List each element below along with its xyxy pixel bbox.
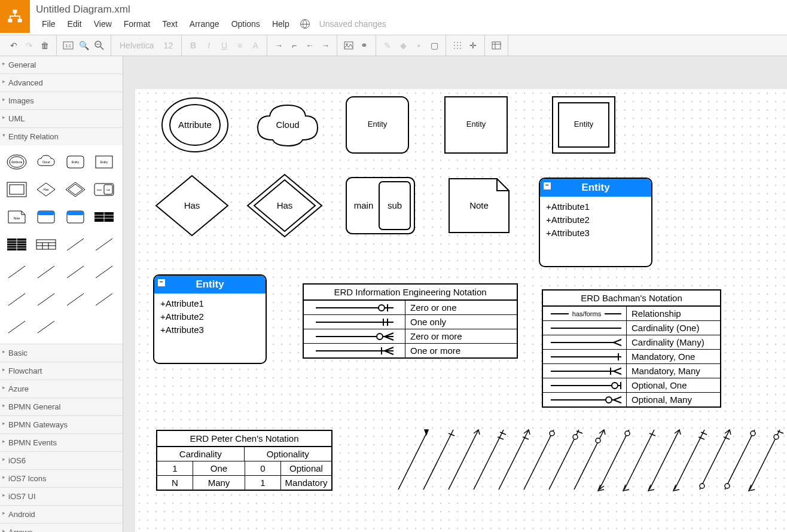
thumb-line-1[interactable] [63,233,87,256]
shape-note[interactable]: Note [446,176,512,236]
palette-bpmn-general[interactable]: BPMN General [0,398,123,415]
thumb-entity-rounded[interactable]: Entity [63,150,87,174]
topbar: Untitled Diagram.xml File Edit View Form… [0,0,787,35]
canvas-area[interactable]: Attribute Cloud Entity Entity Entity Has… [123,56,787,532]
shape-entity-table-2[interactable]: −Entity +Attribute1 +Attribute2 +Attribu… [153,274,267,364]
shape-mainsub[interactable]: mainsub [344,176,416,236]
language-icon[interactable] [300,19,310,29]
link-button[interactable]: ⚭ [356,38,372,53]
fill-color-button[interactable]: ◆ [395,38,411,53]
thumb-line-11[interactable] [5,315,29,339]
palette-advanced[interactable]: Advanced [0,74,123,91]
delete-button[interactable]: 🗑 [37,38,53,53]
palette-general[interactable]: General [0,56,123,74]
container-button[interactable]: ▢ [426,38,442,53]
menu-edit[interactable]: Edit [62,17,88,31]
menu-arrange[interactable]: Arrange [184,17,225,31]
arrow-start-button[interactable]: ← [302,38,318,53]
thumb-cloud[interactable]: Cloud [34,150,58,174]
palette-basic[interactable]: Basic [0,344,123,362]
ie-notation-table[interactable]: ERD Information Engineering Notation Zer… [303,283,518,359]
shape-entity-double[interactable]: Entity [551,95,617,155]
collapse-icon[interactable]: − [158,279,165,286]
shape-entity-square[interactable]: Entity [443,95,509,155]
menu-text[interactable]: Text [156,17,184,31]
thumb-ie-table[interactable] [92,205,116,229]
thumb-line-10[interactable] [92,288,116,311]
palette-azure[interactable]: Azure [0,380,123,398]
shape-has-diamond[interactable]: Has [153,173,231,239]
thumb-line-7[interactable] [5,288,29,311]
thumb-has-double-diamond[interactable] [63,178,87,201]
connection-button[interactable]: → [271,38,286,53]
shape-attribute[interactable]: Attribute [159,95,231,155]
shadow-button[interactable]: ▪ [411,38,426,53]
shape-entity-table-1[interactable]: −Entity +Attribute1 +Attribute2 +Attribu… [539,178,652,267]
thumb-entity-square[interactable]: Entity [92,150,116,174]
thumb-bachman-table[interactable] [5,233,29,256]
shape-entity-rounded[interactable]: Entity [344,95,410,155]
document-title[interactable]: Untitled Diagram.xml [36,0,787,17]
canvas[interactable]: Attribute Cloud Entity Entity Entity Has… [135,89,787,532]
bachman-notation-table[interactable]: ERD Bachman's Notation has/formsRelation… [542,289,721,408]
align-button[interactable]: ≡ [232,38,248,53]
palette-entity-relation[interactable]: Entity Relation [0,128,123,145]
palette-ios7-ui[interactable]: iOS7 UI [0,488,123,505]
collapse-icon[interactable]: − [544,182,551,189]
thumb-line-2[interactable] [92,233,116,256]
zoom-in-button[interactable]: 🔍 [76,38,91,53]
palette-images[interactable]: Images [0,92,123,109]
palette-uml[interactable]: UML [0,110,123,127]
shape-has-double-diamond[interactable]: Has [246,173,324,239]
palette-bpmn-gateways[interactable]: BPMN Gateways [0,416,123,433]
thumb-line-12[interactable] [34,315,58,339]
app-logo[interactable] [0,0,30,33]
font-family-select[interactable]: Helvetica [115,41,159,50]
chen-notation-table[interactable]: ERD Peter Chen's Notation Cardinality Op… [156,430,333,491]
thumb-has-diamond[interactable]: Has [34,178,58,201]
outline-button[interactable] [489,38,504,53]
thumb-line-9[interactable] [63,288,87,311]
thumb-entity-table-blue2[interactable] [63,205,87,229]
font-color-button[interactable]: A [248,38,263,53]
thumb-attribute[interactable]: Attribute [5,150,29,174]
italic-button[interactable]: I [201,38,216,53]
palette-ios7-icons[interactable]: iOS7 Icons [0,470,123,487]
palette-android[interactable]: Android [0,506,123,523]
guides-button[interactable]: ✛ [465,38,481,53]
thumb-note[interactable]: Note [5,205,29,229]
thumb-line-6[interactable] [92,260,116,284]
line-color-button[interactable]: ✎ [380,38,395,53]
thumb-line-3[interactable] [5,260,29,284]
zoom-actual-button[interactable]: 1:1 [60,38,76,53]
redo-button[interactable]: ↷ [22,38,37,53]
menu-file[interactable]: File [36,17,62,31]
arrow-end-button[interactable]: → [318,38,333,53]
thumb-chen-table[interactable] [34,233,58,256]
menu-help[interactable]: Help [266,17,295,31]
thumb-mainsub[interactable]: mainsub [92,178,116,201]
bold-button[interactable]: B [185,38,201,53]
shape-cloud[interactable]: Cloud [252,98,324,152]
palette-bpmn-events[interactable]: BPMN Events [0,434,123,451]
palette-arrows[interactable]: Arrows [0,524,123,532]
underline-button[interactable]: U [216,38,232,53]
arrow-samples[interactable] [380,424,787,502]
palette-flowchart[interactable]: Flowchart [0,362,123,380]
grid-dots-button[interactable] [450,38,465,53]
menu-format[interactable]: Format [118,17,156,31]
zoom-out-button[interactable] [91,38,107,53]
thumb-entity-table-blue[interactable] [34,205,58,229]
undo-button[interactable]: ↶ [6,38,22,53]
menu-view[interactable]: View [88,17,118,31]
image-button[interactable] [341,38,356,53]
thumb-line-5[interactable] [63,260,87,284]
palette-ios6[interactable]: iOS6 [0,452,123,469]
menu-options[interactable]: Options [225,17,266,31]
bachman-row-label: Mandatory, One [627,350,720,363]
thumb-line-4[interactable] [34,260,58,284]
thumb-entity-double[interactable] [5,178,29,201]
thumb-line-8[interactable] [34,288,58,311]
waypoint-button[interactable]: ⌐ [286,38,302,53]
font-size-select[interactable]: 12 [159,41,178,50]
